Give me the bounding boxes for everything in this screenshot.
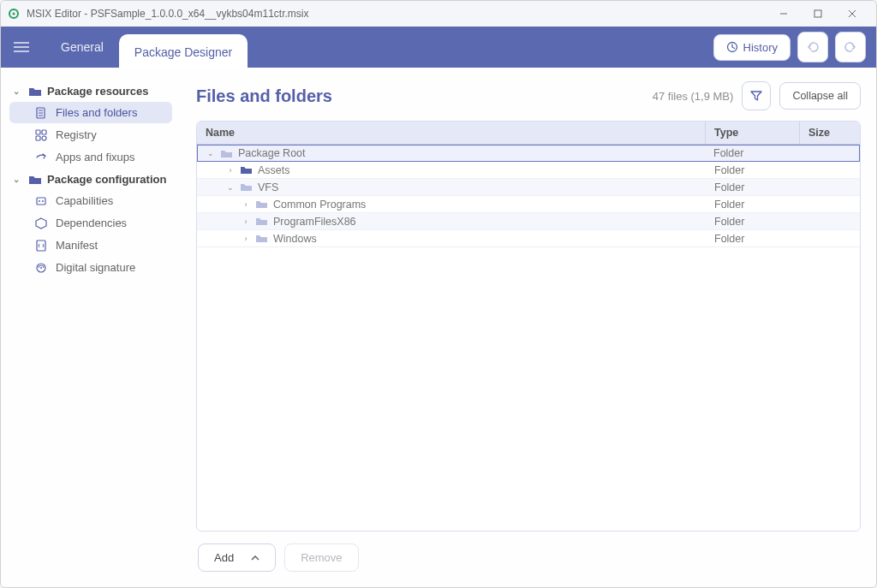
- row-type: Folder: [706, 181, 800, 193]
- folder-icon: [255, 199, 268, 210]
- chevron-down-icon: ⌄: [13, 175, 23, 184]
- folder-icon: [255, 216, 268, 227]
- dependencies-icon: [35, 217, 49, 229]
- sidebar-item-dependencies[interactable]: Dependencies: [9, 212, 172, 234]
- row-name: Assets: [258, 164, 290, 176]
- folder-icon: [240, 181, 253, 193]
- row-type: Folder: [706, 199, 800, 211]
- svg-rect-18: [37, 198, 45, 205]
- chevron-right-icon[interactable]: ›: [242, 235, 250, 243]
- row-name: Windows: [273, 233, 317, 245]
- table-body: ⌄Package RootFolder›AssetsFolder⌄VFSFold…: [197, 145, 860, 531]
- manifest-icon: [35, 240, 49, 252]
- file-summary: 47 files (1,9 MB): [653, 90, 734, 103]
- svg-rect-14: [36, 130, 40, 134]
- chevron-down-icon[interactable]: ⌄: [206, 149, 215, 157]
- files-icon: [35, 107, 49, 119]
- sidebar-item-label: Dependencies: [56, 217, 127, 229]
- folder-icon: [28, 86, 42, 98]
- sidebar-section-label: Package resources: [47, 85, 149, 98]
- sidebar-item-apps-and-fixups[interactable]: Apps and fixups: [9, 146, 172, 168]
- history-button[interactable]: History: [713, 34, 790, 61]
- sidebar-item-files-and-folders[interactable]: Files and folders: [9, 102, 172, 123]
- history-label: History: [743, 41, 778, 54]
- sidebar-item-capabilities[interactable]: Capabilities: [9, 190, 172, 211]
- folder-icon: [240, 164, 253, 175]
- window-title: MSIX Editor - PSFSample_1.0.0.0_x64__vyk…: [27, 8, 767, 20]
- add-label: Add: [214, 551, 234, 564]
- tab-general[interactable]: General: [45, 27, 119, 68]
- maximize-button[interactable]: [801, 2, 835, 26]
- menu-button[interactable]: [6, 32, 37, 62]
- table-row[interactable]: ›Common ProgramsFolder: [197, 196, 860, 213]
- row-type: Folder: [706, 233, 800, 245]
- main-panel: Files and folders 47 files (1,9 MB) Coll…: [181, 68, 876, 587]
- table-row[interactable]: ›ProgramFilesX86Folder: [197, 213, 860, 230]
- table-row[interactable]: ›AssetsFolder: [197, 162, 860, 179]
- app-icon: [8, 8, 20, 20]
- svg-point-17: [42, 136, 46, 140]
- table-row[interactable]: ⌄Package RootFolder: [197, 145, 860, 162]
- column-type[interactable]: Type: [706, 122, 800, 144]
- page-title: Files and folders: [196, 86, 332, 106]
- svg-rect-16: [36, 136, 40, 140]
- signature-icon: [35, 262, 49, 274]
- clock-icon: [726, 41, 738, 53]
- row-name: VFS: [258, 181, 278, 193]
- table-row[interactable]: ⌄VFSFolder: [197, 179, 860, 196]
- row-type: Folder: [706, 164, 800, 176]
- svg-point-23: [40, 267, 42, 269]
- sidebar-item-manifest[interactable]: Manifest: [9, 235, 172, 256]
- remove-button[interactable]: Remove: [284, 543, 358, 572]
- filter-icon: [750, 90, 762, 102]
- files-table: Name Type Size ⌄Package RootFolder›Asset…: [196, 121, 861, 532]
- svg-point-19: [39, 200, 40, 202]
- chevron-right-icon[interactable]: ›: [242, 217, 250, 226]
- sidebar-item-label: Files and folders: [56, 106, 137, 119]
- chevron-right-icon[interactable]: ›: [242, 200, 250, 209]
- table-header: Name Type Size: [197, 122, 860, 145]
- chevron-down-icon: ⌄: [13, 86, 23, 96]
- sidebar-item-registry[interactable]: Registry: [9, 124, 172, 146]
- sidebar-item-digital-signature[interactable]: Digital signature: [9, 257, 172, 278]
- registry-icon: [35, 129, 49, 141]
- row-type: Folder: [706, 216, 800, 228]
- sidebar-section-resources[interactable]: ⌄ Package resources: [6, 81, 176, 101]
- chevron-down-icon[interactable]: ⌄: [226, 183, 235, 192]
- sidebar-section-configuration[interactable]: ⌄ Package configuration: [6, 169, 176, 189]
- add-button[interactable]: Add: [198, 543, 276, 572]
- minimize-button[interactable]: [767, 2, 801, 26]
- row-name: Common Programs: [273, 199, 366, 211]
- svg-point-20: [42, 200, 44, 202]
- collapse-all-button[interactable]: Collapse all: [779, 82, 861, 110]
- close-button[interactable]: [835, 2, 869, 26]
- column-size[interactable]: Size: [800, 122, 860, 144]
- column-name[interactable]: Name: [197, 122, 706, 144]
- sidebar-item-label: Registry: [56, 128, 97, 141]
- row-name: Package Root: [238, 147, 306, 159]
- row-type: Folder: [705, 147, 799, 159]
- svg-rect-3: [814, 10, 821, 17]
- folder-icon: [28, 174, 42, 186]
- toolbar: General Package Designer History: [1, 27, 876, 68]
- capabilities-icon: [35, 195, 49, 207]
- folder-icon: [255, 233, 268, 244]
- svg-rect-15: [42, 130, 46, 134]
- chevron-up-icon: [251, 555, 260, 561]
- undo-button[interactable]: [797, 32, 828, 62]
- sidebar-section-label: Package configuration: [47, 173, 166, 186]
- folder-icon: [220, 148, 233, 159]
- sidebar-item-label: Capabilities: [56, 194, 113, 207]
- filter-button[interactable]: [742, 81, 771, 110]
- chevron-right-icon[interactable]: ›: [226, 166, 235, 175]
- svg-point-1: [13, 13, 15, 15]
- table-row[interactable]: ›WindowsFolder: [197, 230, 860, 247]
- sidebar: ⌄ Package resources Files and folders Re…: [1, 68, 181, 587]
- sidebar-item-label: Manifest: [56, 239, 98, 252]
- row-name: ProgramFilesX86: [273, 216, 356, 228]
- redo-button[interactable]: [835, 32, 866, 62]
- share-icon: [35, 151, 49, 163]
- sidebar-item-label: Apps and fixups: [56, 151, 135, 163]
- titlebar: MSIX Editor - PSFSample_1.0.0.0_x64__vyk…: [1, 1, 876, 27]
- tab-package-designer[interactable]: Package Designer: [119, 34, 248, 70]
